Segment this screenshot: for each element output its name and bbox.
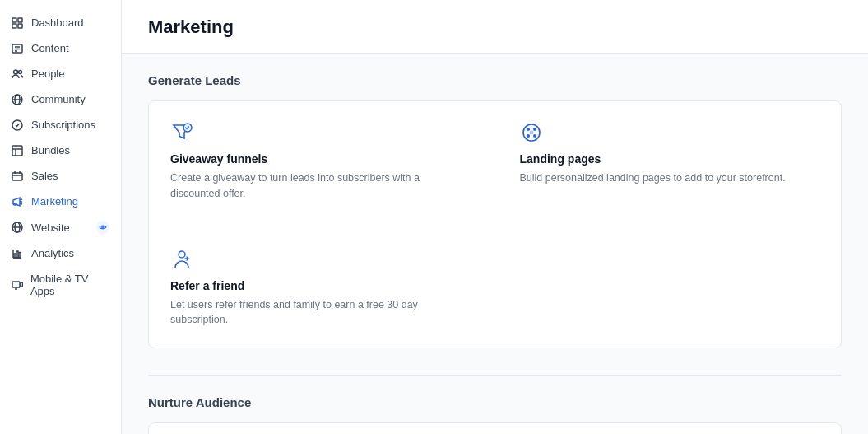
sidebar-item-label: Content: [31, 42, 69, 54]
sidebar-item-mobile-tv[interactable]: Mobile & TV Apps: [0, 266, 121, 304]
sidebar-item-label: Marketing: [31, 195, 78, 208]
sidebar-item-label: People: [31, 68, 64, 80]
bundles-icon: [12, 145, 25, 156]
svg-line-23: [20, 203, 22, 204]
community-icon: [12, 94, 25, 105]
analytics-icon: [12, 248, 25, 259]
sales-icon: [12, 170, 25, 182]
svg-rect-0: [12, 18, 16, 22]
section-generate-leads: Generate Leads Giveaway funnels Create a…: [148, 73, 842, 348]
card-refer-friend-desc: Let users refer friends and family to ea…: [170, 297, 471, 329]
palette-icon: [520, 121, 820, 144]
svg-rect-32: [19, 252, 21, 258]
main-content: Marketing Generate Leads Giveaway funnel…: [122, 0, 868, 434]
sidebar-item-bundles[interactable]: Bundles: [0, 138, 121, 163]
sidebar: Dashboard Content People: [0, 0, 122, 434]
card-giveaway-funnels[interactable]: Giveaway funnels Create a giveaway to tu…: [152, 105, 489, 218]
card-refer-friend[interactable]: Refer a friend Let users refer friends a…: [152, 231, 489, 345]
subscriptions-icon: [12, 119, 25, 131]
content-area: Generate Leads Giveaway funnels Create a…: [122, 54, 868, 434]
section-divider: [148, 375, 842, 376]
svg-point-38: [527, 128, 530, 131]
sidebar-item-people[interactable]: People: [0, 61, 121, 86]
svg-point-41: [533, 134, 536, 138]
section-nurture-audience: Nurture Audience Email Broadcasts Send s…: [148, 395, 842, 434]
svg-rect-34: [21, 282, 23, 287]
card-giveaway-funnels-desc: Create a giveaway to turn leads into sub…: [170, 170, 471, 202]
svg-point-9: [19, 70, 22, 73]
card-landing-pages-title: Landing pages: [520, 152, 820, 166]
website-badge: [96, 221, 109, 234]
sidebar-item-label: Sales: [31, 170, 58, 182]
dashboard-icon: [12, 17, 25, 29]
card-landing-pages[interactable]: Landing pages Build personalized landing…: [502, 105, 838, 218]
people-icon: [12, 68, 25, 80]
svg-point-8: [14, 70, 18, 74]
cards-grid-generate-leads: Giveaway funnels Create a giveaway to tu…: [148, 100, 842, 348]
funnel-icon: [170, 121, 471, 144]
svg-rect-30: [14, 254, 16, 258]
page-title: Marketing: [148, 16, 842, 38]
sidebar-item-label: Subscriptions: [31, 119, 95, 131]
sidebar-item-website[interactable]: Website: [0, 214, 121, 240]
section-header-generate-leads: Generate Leads: [148, 73, 842, 87]
marketing-icon: [12, 196, 25, 208]
sidebar-item-label: Mobile & TV Apps: [30, 273, 109, 297]
section-header-nurture-audience: Nurture Audience: [148, 395, 842, 409]
cards-grid-nurture-audience: Email Broadcasts Send segmented emails t…: [148, 422, 842, 434]
card-landing-pages-desc: Build personalized landing pages to add …: [520, 170, 820, 186]
svg-point-42: [529, 131, 533, 135]
content-icon: [12, 43, 25, 54]
svg-rect-2: [12, 24, 16, 28]
sidebar-item-sales[interactable]: Sales: [0, 163, 121, 189]
svg-rect-33: [12, 282, 20, 287]
sidebar-item-community[interactable]: Community: [0, 86, 121, 112]
sidebar-item-label: Community: [31, 93, 86, 105]
card-placeholder-1: [502, 231, 838, 345]
sidebar-item-label: Bundles: [31, 144, 70, 156]
sidebar-item-dashboard[interactable]: Dashboard: [0, 10, 121, 35]
svg-point-27: [102, 226, 104, 228]
refer-icon: [170, 248, 471, 271]
sidebar-item-subscriptions[interactable]: Subscriptions: [0, 112, 121, 138]
sidebar-item-label: Website: [31, 222, 70, 234]
svg-point-40: [527, 134, 530, 138]
website-icon: [12, 222, 25, 233]
page-header: Marketing: [122, 0, 868, 54]
svg-line-21: [20, 199, 22, 200]
svg-rect-3: [18, 24, 22, 28]
sidebar-item-label: Dashboard: [31, 16, 84, 29]
card-subscription-upsell[interactable]: Subscription upsell Offer users a discou…: [502, 427, 838, 434]
sidebar-item-analytics[interactable]: Analytics: [0, 240, 121, 266]
sidebar-item-marketing[interactable]: Marketing: [0, 189, 121, 214]
svg-point-39: [533, 128, 536, 131]
svg-point-43: [179, 251, 185, 258]
mobile-tv-icon: [12, 279, 24, 291]
card-email-broadcasts[interactable]: Email Broadcasts Send segmented emails t…: [152, 427, 489, 434]
svg-rect-1: [18, 18, 22, 22]
svg-rect-31: [16, 251, 18, 258]
card-giveaway-funnels-title: Giveaway funnels: [170, 152, 471, 166]
sidebar-item-content[interactable]: Content: [0, 35, 121, 61]
sidebar-item-label: Analytics: [31, 247, 74, 259]
card-refer-friend-title: Refer a friend: [170, 279, 471, 292]
svg-rect-14: [12, 146, 22, 156]
svg-rect-17: [12, 173, 22, 180]
